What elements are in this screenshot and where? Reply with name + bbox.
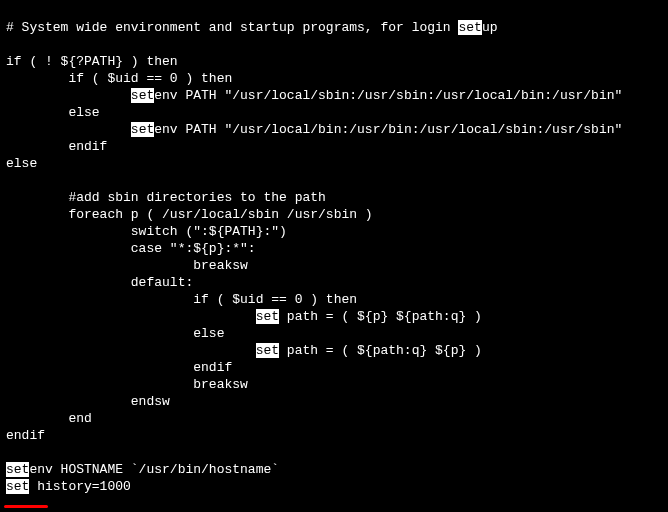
code-line: breaksw bbox=[6, 258, 248, 273]
code-line: # System wide environment and startup pr… bbox=[6, 20, 458, 35]
code-line: else bbox=[6, 105, 100, 120]
code-line: switch (":${PATH}:") bbox=[6, 224, 287, 239]
code-line: path = ( ${path:q} ${p} ) bbox=[279, 343, 482, 358]
code-line: default: bbox=[6, 275, 193, 290]
search-match: set bbox=[131, 88, 154, 103]
annotation-underline bbox=[4, 505, 48, 508]
code-line: endif bbox=[6, 360, 232, 375]
code-line bbox=[6, 309, 256, 324]
terminal-view[interactable]: # System wide environment and startup pr… bbox=[0, 0, 668, 512]
code-line: if ( $uid == 0 ) then bbox=[6, 292, 357, 307]
code-line: endif bbox=[6, 428, 45, 443]
code-line bbox=[6, 88, 131, 103]
code-line: end bbox=[6, 411, 92, 426]
code-line: path = ( ${p} ${path:q} ) bbox=[279, 309, 482, 324]
code-line: env PATH "/usr/local/bin:/usr/bin:/usr/l… bbox=[154, 122, 622, 137]
code-line: breaksw bbox=[6, 377, 248, 392]
code-line bbox=[6, 122, 131, 137]
code-line: env HOSTNAME `/usr/bin/hostname` bbox=[29, 462, 279, 477]
code-line: case "*:${p}:*": bbox=[6, 241, 256, 256]
code-line: if ( ! ${?PATH} ) then bbox=[6, 54, 178, 69]
code-line: endif bbox=[6, 139, 107, 154]
search-match: set bbox=[256, 343, 279, 358]
search-match: set bbox=[6, 462, 29, 477]
code-line: else bbox=[6, 156, 37, 171]
search-match: set bbox=[458, 20, 481, 35]
code-line: endsw bbox=[6, 394, 170, 409]
code-line: history=1000 bbox=[29, 479, 130, 494]
search-match: set bbox=[6, 479, 29, 494]
code-line: #add sbin directories to the path bbox=[6, 190, 326, 205]
code-line: up bbox=[482, 20, 498, 35]
search-match: set bbox=[256, 309, 279, 324]
code-line: else bbox=[6, 326, 224, 341]
code-line bbox=[6, 343, 256, 358]
code-line: env PATH "/usr/local/sbin:/usr/sbin:/usr… bbox=[154, 88, 622, 103]
search-match: set bbox=[131, 122, 154, 137]
code-line: if ( $uid == 0 ) then bbox=[6, 71, 232, 86]
code-line: foreach p ( /usr/local/sbin /usr/sbin ) bbox=[6, 207, 373, 222]
